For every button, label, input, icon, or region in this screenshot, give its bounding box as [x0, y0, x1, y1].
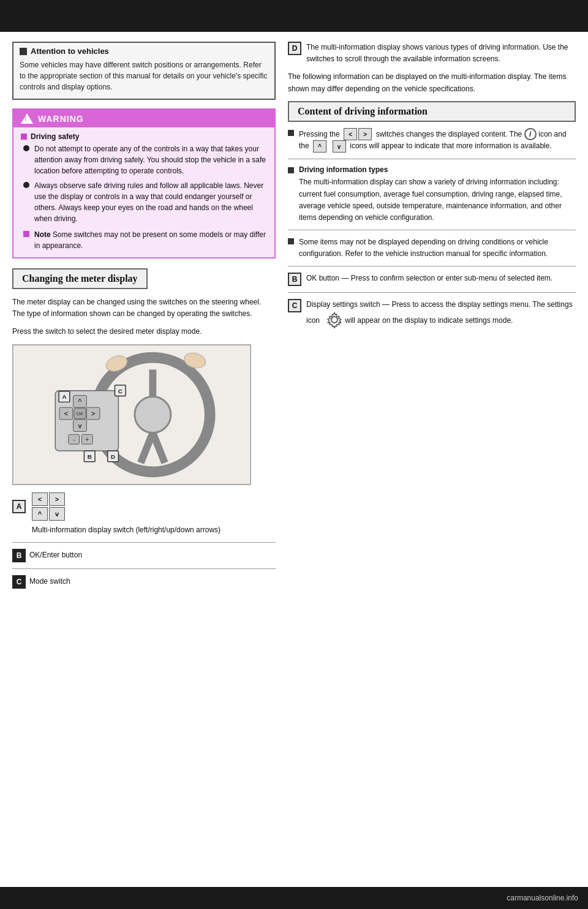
- svg-point-2: [135, 396, 171, 432]
- section-para-2: Press the switch to select the desired m…: [12, 326, 276, 338]
- svg-text:OK: OK: [77, 411, 84, 417]
- label-B-badge: B: [12, 549, 26, 562]
- label-C-row: C Mode switch: [12, 575, 276, 589]
- svg-text:C: C: [118, 387, 123, 394]
- label-C-right-row: C Display settings switch — Press to acc…: [288, 299, 576, 330]
- label-D-top-row: D The multi-information display shows va…: [288, 42, 576, 65]
- warning-bullet-row-1: Do not attempt to operate any of the con…: [23, 143, 267, 176]
- section-text-2: Driving information types The multi-info…: [299, 165, 576, 224]
- steering-wheel-image: < > ^ v OK - + A: [12, 344, 251, 485]
- right-column: D The multi-information display shows va…: [288, 42, 576, 592]
- label-C-right-content: Display settings switch — Press to acces…: [306, 299, 576, 330]
- divider-right-3: [288, 266, 576, 266]
- arrow-left-btn[interactable]: <: [32, 492, 48, 506]
- svg-text:v: v: [78, 421, 81, 429]
- divider-right-2: [288, 230, 576, 230]
- section-heading-text: Changing the meter display: [22, 273, 138, 284]
- inline-right-btn[interactable]: >: [358, 128, 372, 140]
- warning-section1-title: Driving safety: [31, 132, 79, 141]
- label-B-right-desc: OK button — Press to confirm selection o…: [306, 273, 552, 284]
- divider-2: [12, 568, 276, 569]
- label-D-badge-top: D: [288, 42, 301, 55]
- section-text-1b: switches changes the displayed content. …: [376, 130, 524, 138]
- warning-bullet-text-1: Do not attempt to operate any of the con…: [34, 143, 267, 176]
- driving-info-section-2: Driving information types The multi-info…: [288, 165, 576, 224]
- label-A-description: Multi-information display switch (left/r…: [32, 524, 276, 536]
- warning-note-text: Note Some switches may not be present on…: [34, 229, 267, 251]
- section-bullet-sq-3: [288, 238, 294, 244]
- svg-point-31: [331, 317, 337, 323]
- info-icon: i: [524, 128, 537, 140]
- label-C-right-badge: C: [288, 299, 301, 312]
- divider-right-4: [288, 292, 576, 293]
- warning-section1-header: Driving safety: [21, 132, 267, 141]
- inline-down-group: v: [333, 140, 346, 153]
- section-text-1a: Pressing the: [299, 130, 342, 138]
- arrow-group-A: < > ^ v: [32, 492, 65, 521]
- arrow-up-btn[interactable]: ^: [32, 507, 48, 521]
- section-text-1: Pressing the < > switches changes the di…: [299, 128, 576, 153]
- section-para-1: The meter display can be changed using t…: [12, 296, 276, 320]
- svg-text:-: -: [73, 435, 75, 443]
- svg-text:^: ^: [78, 398, 82, 405]
- label-D-para2: The following information can be display…: [288, 71, 576, 94]
- warning-bullet-text-2: Always observe safe driving rules and fo…: [34, 180, 267, 224]
- attention-box: Attention to vehicles Some vehicles may …: [12, 42, 276, 100]
- arrow-right-btn[interactable]: >: [49, 492, 65, 506]
- section-bullet-sq-1: [288, 130, 294, 136]
- bottom-bar-text: carmanualsonline.info: [507, 894, 578, 902]
- attention-title: Attention to vehicles: [31, 47, 109, 56]
- inline-arrow-group: < >: [344, 128, 372, 140]
- inline-left-btn[interactable]: <: [344, 128, 357, 140]
- section-bullet-sq-2: [288, 167, 294, 173]
- svg-text:<: <: [64, 410, 68, 417]
- gear-settings-icon: [326, 311, 343, 328]
- label-C-desc: Mode switch: [29, 576, 70, 587]
- driving-types-title: Driving information types: [299, 165, 576, 174]
- warning-section-square: [21, 134, 27, 140]
- left-column: Attention to vehicles Some vehicles may …: [12, 42, 276, 592]
- top-navigation-bar: [0, 0, 588, 32]
- gear-icon: [326, 311, 343, 330]
- warning-bullet-icon-1: [23, 145, 29, 151]
- arrow-row-lr: < >: [32, 492, 65, 506]
- svg-text:A: A: [62, 393, 66, 400]
- section-text-1e: icons will appear to indicate that more …: [350, 142, 552, 151]
- attention-square-icon: [20, 48, 27, 55]
- section-heading-driving-info: Content of driving information: [288, 101, 576, 122]
- warning-bullet-icon-2: [23, 182, 29, 188]
- label-D-para1: The multi-information display shows vari…: [306, 42, 576, 65]
- divider-1: [12, 542, 276, 543]
- driving-info-heading-text: Content of driving information: [298, 106, 428, 116]
- label-B-desc: OK/Enter button: [29, 549, 82, 561]
- warning-note-title: Note: [34, 230, 51, 239]
- attention-body-text: Some vehicles may have different switch …: [20, 59, 268, 92]
- steering-wheel-svg: < > ^ v OK - + A: [13, 345, 250, 484]
- driving-note-text: Some items may not be displayed dependin…: [299, 236, 576, 260]
- warning-box: WARNING Driving safety Do not attempt to…: [12, 108, 276, 258]
- svg-text:+: +: [85, 435, 89, 443]
- svg-text:D: D: [111, 453, 115, 459]
- inline-updown-group: ^: [313, 140, 326, 153]
- label-A-row: A < > ^ v: [12, 492, 276, 521]
- warning-header: WARNING: [13, 110, 274, 127]
- label-C-badge: C: [12, 575, 26, 589]
- arrow-row-ud: ^ v: [32, 507, 65, 521]
- svg-text:B: B: [88, 453, 92, 459]
- arrow-down-btn[interactable]: v: [49, 507, 65, 521]
- svg-text:>: >: [91, 410, 95, 417]
- warning-bullet-row-2: Always observe safe driving rules and fo…: [23, 180, 267, 224]
- warning-title: WARNING: [38, 114, 84, 124]
- inline-up-btn[interactable]: ^: [313, 140, 326, 153]
- warning-note-row: Note Some switches may not be present on…: [23, 229, 267, 251]
- driving-info-section-1: Pressing the < > switches changes the di…: [288, 128, 576, 153]
- warning-body: Driving safety Do not attempt to operate…: [13, 127, 274, 257]
- label-A-badge: A: [12, 500, 26, 513]
- section-heading-meter-display: Changing the meter display: [12, 268, 148, 289]
- bottom-bar: carmanualsonline.info: [0, 887, 588, 909]
- label-B-right-badge: B: [288, 273, 301, 286]
- divider-right-1: [288, 159, 576, 159]
- label-B-right-row: B OK button — Press to confirm selection…: [288, 273, 576, 286]
- inline-down-btn[interactable]: v: [333, 140, 346, 153]
- label-B-row: B OK/Enter button: [12, 549, 276, 562]
